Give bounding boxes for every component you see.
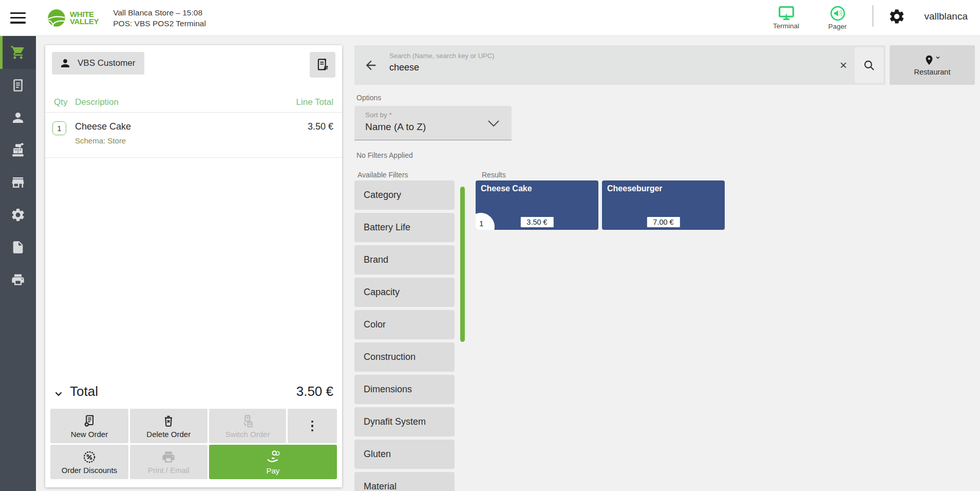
delete-order-label: Delete Order [146,430,191,439]
total-label: Total [70,384,98,399]
topbar-right: Terminal Pager vallblanca [761,5,980,31]
search-placeholder: Search (Name, search key or UPC) [389,52,494,60]
white-valley-logo: WHITE VALLEY [46,8,99,28]
printer-icon [11,272,25,287]
search-input[interactable]: Search (Name, search key or UPC) cheese [387,45,832,85]
new-order-button[interactable]: New Order [50,409,128,443]
sidebar-item-print-station[interactable] [0,263,36,296]
filter-item-label: Material [364,481,397,491]
sidebar-item-settings[interactable] [0,198,36,231]
delete-order-button[interactable]: Delete Order [130,409,208,443]
no-filters-applied-label: No Filters Applied [356,151,413,159]
order-table-header: Qty Description Line Total [45,94,342,113]
sidebar-item-documents[interactable] [0,231,36,263]
customer-button[interactable]: VBS Customer [52,52,144,75]
search-row: Search (Name, search key or UPC) cheese … [354,45,975,85]
customer-person-icon [59,57,71,69]
filter-item[interactable]: Capacity [354,278,455,307]
sidebar-item-customers[interactable] [0,101,36,134]
product-qty-circle [476,213,495,230]
search-value: cheese [389,62,419,73]
hamburger-menu-icon[interactable] [10,12,26,24]
filter-item-label: Battery Life [364,222,410,233]
filter-item[interactable]: Color [354,310,455,339]
total-collapse-chevron-icon[interactable] [53,388,64,399]
filter-scrollbar[interactable] [460,187,465,342]
search-bar: Search (Name, search key or UPC) cheese … [354,45,885,85]
top-bar: WHITE VALLEY Vall Blanca Store – 15:08 P… [0,0,980,36]
order-line-item[interactable]: 1 Cheese Cake 3.50 € Schema: Store [45,113,342,158]
line-product-name: Cheese Cake [75,121,131,132]
sort-chevron-down-icon [486,117,501,130]
product-card[interactable]: Cheeseburger 7.00 € [602,180,725,230]
filter-item-label: Category [364,190,401,201]
delete-order-trash-icon [161,414,176,428]
switch-order-label: Switch Order [225,430,270,439]
column-qty: Qty [54,97,67,107]
product-card[interactable]: Cheese Cake 3.50 € 1 [476,180,598,230]
sidebar-item-orders[interactable] [0,69,36,101]
order-total-row: Total 3.50 € [45,382,342,406]
order-list-icon [315,57,330,72]
more-actions-kebab-button[interactable] [288,409,337,443]
cash-register-icon [10,142,26,158]
location-pin-icon [924,54,935,66]
terminal-status-button[interactable]: Terminal [761,6,812,30]
product-name: Cheeseburger [607,184,663,193]
settings-gear-icon[interactable] [887,6,907,27]
store-info: Vall Blanca Store – 15:08 POS: VBS POS2 … [113,7,206,29]
document-icon [11,240,25,254]
order-discounts-label: Order Discounts [62,466,117,475]
filter-item[interactable]: Category [354,180,455,210]
catalog-content: Search (Name, search key or UPC) cheese … [354,45,975,491]
switch-order-icon [240,414,255,428]
filter-item[interactable]: Material [354,472,455,491]
logged-in-username[interactable]: vallblanca [925,11,968,22]
results-grid: Cheese Cake 3.50 € 1 Cheeseburger 7.00 € [476,180,725,230]
pager-status-button[interactable]: Pager [812,5,863,30]
location-restaurant-button[interactable]: Restaurant [890,45,975,85]
pay-label: Pay [266,466,279,475]
filter-item[interactable]: Dynafit System [354,407,455,437]
print-email-button[interactable]: Print / Email [130,445,208,479]
column-description: Description [75,97,119,107]
filter-item[interactable]: Gluten [354,440,455,469]
filter-item-label: Gluten [364,449,391,460]
print-email-label: Print / Email [148,466,190,475]
filter-item-label: Color [364,319,386,330]
filter-item[interactable]: Battery Life [354,213,455,242]
order-discounts-button[interactable]: Order Discounts [50,445,128,479]
sort-by-value: Name (A to Z) [365,121,426,133]
filter-item-label: Brand [364,254,388,265]
total-value: 3.50 € [296,384,333,399]
line-schema-label: Schema: Store [75,136,126,145]
order-list-button[interactable] [310,52,335,78]
sidebar-item-register[interactable] [0,134,36,166]
sort-by-select[interactable]: Sort by * Name (A to Z) [354,106,512,140]
sidebar-item-sale-cart[interactable] [0,36,36,69]
back-arrow-icon[interactable] [354,45,387,85]
person-icon [10,110,26,125]
pay-button[interactable]: Pay [209,445,337,479]
options-label: Options [356,94,381,102]
receipt-icon [10,78,26,93]
new-order-icon [82,414,97,428]
filter-item[interactable]: Brand [354,245,455,275]
filter-item-label: Capacity [364,287,400,298]
store-title: Vall Blanca Store – 15:08 [113,7,206,18]
sidebar-item-store[interactable] [0,166,36,198]
filter-item[interactable]: Dimensions [354,375,455,404]
pager-speaker-icon [830,5,846,22]
pos-app: WHITE VALLEY Vall Blanca Store – 15:08 P… [0,0,980,491]
location-chevron-down-icon [935,54,941,61]
topbar-divider [873,5,873,27]
product-price-badge: 3.50 € [520,217,553,227]
new-order-label: New Order [71,430,108,439]
column-line-total: Line Total [296,97,333,107]
pay-coin-hand-icon [265,449,280,465]
filter-item[interactable]: Construction [354,342,455,372]
filter-list: Category Battery Life Brand Capacity Col… [354,180,455,491]
clear-search-icon[interactable]: × [832,45,855,85]
search-submit-button[interactable] [855,47,883,83]
switch-order-button[interactable]: Switch Order [209,409,287,443]
